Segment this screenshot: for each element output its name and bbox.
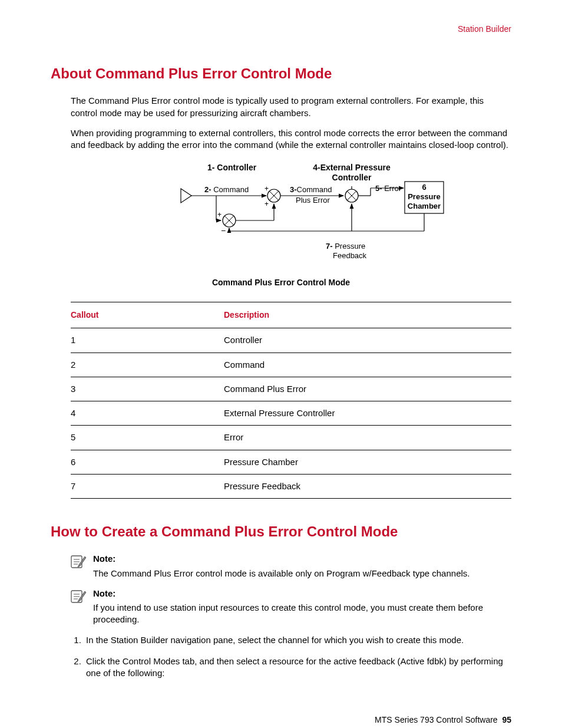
note-text: If you intend to use station input resou… — [93, 602, 483, 624]
table-row: 1Controller — [71, 328, 511, 353]
table-row: 2Command — [71, 353, 511, 377]
note-icon — [71, 589, 88, 607]
table-row: 6Pressure Chamber — [71, 450, 511, 474]
diagram: 1- Controller 4-External Pressure Contro… — [51, 162, 511, 288]
svg-text:2- Command: 2- Command — [204, 185, 249, 194]
svg-text:3-Command: 3-Command — [290, 185, 332, 194]
footer-page-number: 95 — [502, 715, 511, 724]
table-row: 4External Pressure Controller — [71, 401, 511, 426]
step-item: In the Station Builder navigation pane, … — [84, 634, 511, 646]
table-header-description: Description — [224, 302, 511, 328]
svg-text:Feedback: Feedback — [333, 251, 367, 260]
steps-list: In the Station Builder navigation pane, … — [71, 634, 511, 680]
svg-text:−: − — [221, 226, 226, 235]
step-item: Click the Control Modes tab, and then se… — [84, 655, 511, 680]
svg-text:+: + — [265, 200, 269, 208]
svg-text:7- Pressure: 7- Pressure — [326, 242, 365, 251]
note-block: Note: If you intend to use station input… — [71, 588, 511, 626]
diagram-caption: Command Plus Error Control Mode — [51, 277, 511, 288]
svg-text:6: 6 — [422, 183, 426, 192]
svg-text:Pressure: Pressure — [408, 192, 441, 201]
svg-text:+: + — [265, 185, 269, 193]
page-footer: MTS Series 793 Control Software 95 — [51, 714, 511, 726]
section-title-about: About Command Plus Error Control Mode — [51, 64, 511, 83]
note-icon — [71, 554, 88, 572]
paragraph: When providing programming to external c… — [71, 127, 511, 151]
note-text: The Command Plus Error control mode is a… — [93, 568, 470, 578]
svg-text:Controller: Controller — [332, 173, 372, 182]
note-label: Note: — [93, 588, 511, 599]
callout-table: Callout Description 1Controller 2Command… — [71, 302, 511, 499]
svg-text:Chamber: Chamber — [408, 202, 441, 210]
table-row: 3Command Plus Error — [71, 377, 511, 401]
note-block: Note: The Command Plus Error control mod… — [71, 553, 511, 579]
footer-doc-title: MTS Series 793 Control Software — [375, 715, 498, 724]
table-row: 7Pressure Feedback — [71, 474, 511, 498]
svg-text:+: + — [217, 210, 222, 219]
svg-text:Plus Error: Plus Error — [296, 196, 330, 205]
svg-text:4-External Pressure: 4-External Pressure — [313, 163, 391, 172]
note-label: Note: — [93, 553, 470, 565]
svg-text:1- Controller: 1- Controller — [207, 163, 257, 172]
paragraph: The Command Plus Error control mode is t… — [71, 95, 511, 119]
header-section: Station Builder — [51, 24, 511, 35]
section-title-howto: How to Create a Command Plus Error Contr… — [51, 522, 511, 541]
table-row: 5Error — [71, 426, 511, 450]
table-header-callout: Callout — [71, 302, 224, 328]
